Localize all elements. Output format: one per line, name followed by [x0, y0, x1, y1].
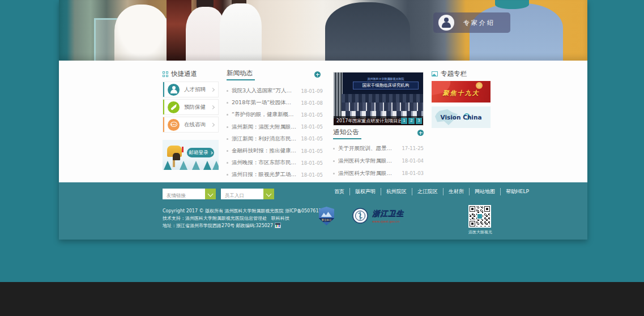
qr-canvas	[470, 206, 490, 227]
zhejiang-health-badge[interactable]: 浙江卫生 www.zjwst.gov.cn	[372, 208, 404, 223]
chevron-right-icon	[211, 105, 215, 109]
doctor-icon	[438, 15, 454, 31]
news-title: 新闻动态	[227, 69, 253, 78]
banner-vision-china[interactable]: Vision China	[432, 106, 491, 128]
news-item-date: 18-01-05	[301, 148, 323, 154]
banner1-label: 聚焦十九大	[432, 89, 491, 97]
hero-banner[interactable]: 专家介绍	[59, 0, 587, 61]
quick-link-consult[interactable]: 在线咨询	[163, 117, 219, 133]
slider-page-button[interactable]: 1	[401, 118, 407, 124]
picture-icon	[432, 71, 438, 76]
news-item-date: 18-01-09	[301, 88, 323, 94]
bullet-icon	[227, 90, 228, 92]
quick-channel-header: 快捷通道	[163, 70, 197, 78]
footer-nav: 首页版权声明杭州院区之江院区生材所网站地图帮助HELP	[334, 188, 496, 195]
news-item-title: 浙江新闻：利好消息市民请查收！温...	[232, 135, 296, 143]
tree-icon	[203, 161, 211, 170]
news-item-date: 18-01-05	[301, 136, 323, 142]
staff-entrance-dropdown[interactable]: 员工入口	[221, 189, 274, 199]
news-more-button[interactable]	[314, 71, 321, 78]
accent-bar	[163, 82, 164, 97]
notice-item[interactable]: 温州医科大学附属眼视光医院关于洗脱... 18-01-03	[333, 167, 424, 180]
chevron-down-icon	[205, 189, 216, 199]
accent-bar	[163, 100, 164, 114]
bullet-icon	[333, 160, 335, 162]
chat-icon	[168, 119, 180, 131]
slider-caption-bar: 2017年国家重点研发计划项目启动... 123	[334, 116, 424, 125]
bullet-icon	[227, 162, 228, 164]
quick-link-recruitment[interactable]: 人才招聘	[163, 82, 219, 97]
news-item[interactable]: 浙江新闻：利好消息市民请查收！温... 18-01-05	[227, 133, 323, 145]
tree-icon	[212, 161, 219, 170]
news-item-date: 18-01-05	[301, 172, 323, 178]
news-item[interactable]: 温州新闻：温医大附属眼视光医院院... 18-01-05	[227, 121, 323, 133]
slider-page-button[interactable]: 3	[416, 118, 422, 124]
bullet-icon	[227, 150, 228, 152]
chevron-right-icon	[211, 122, 215, 126]
news-list: 我院3人入选国家“万人计划”创新... 18-01-09 2018年第一场“校园…	[227, 85, 323, 181]
notice-item[interactable]: 关于开展院训、愿景、核心价值观征集... 17-11-25	[333, 142, 424, 155]
bottom-dark-bar	[0, 282, 644, 316]
news-item-title: 温州新闻：温医大附属眼视光医院院...	[232, 123, 296, 131]
photo-banner-line1: 温州医科大学附属眼视光医院	[351, 77, 421, 80]
news-item[interactable]: 温州日报：眼视光梦工场落户龙湾 18-01-05	[227, 169, 323, 181]
notice-item-date: 18-01-04	[402, 158, 424, 164]
footer-nav-link[interactable]: 网站地图	[469, 188, 495, 195]
footer-nav-link[interactable]: 帮助HELP	[500, 188, 529, 195]
visitor-counter-icon[interactable]	[275, 223, 281, 228]
news-item-title: 金融科技时报：推出健康品质化、科...	[232, 147, 296, 155]
person-icon	[168, 84, 180, 96]
notice-item-title: 温州医科大学附属眼视光医院关于洗脱...	[338, 170, 397, 177]
page: 专家介绍 快捷通道 人才招聘 预防保健	[0, 0, 644, 316]
bullet-icon	[227, 174, 228, 176]
quick-link-label: 人才招聘	[184, 86, 211, 93]
notices-more-button[interactable]	[417, 130, 424, 136]
tree-icon	[192, 161, 200, 170]
copyright-line3: 地址：浙江省温州市学院西路270号 邮政编码:325027	[163, 222, 329, 229]
news-item[interactable]: 2018年第一场“校园体验实践活动”... 18-01-08	[227, 97, 323, 109]
notice-item-title: 温州医科大学附属眼视光医院关于车辆...	[338, 157, 397, 165]
email-login-button[interactable]: 邮箱登录	[187, 148, 214, 157]
footer-nav-link[interactable]: 杭州院区	[381, 188, 407, 195]
news-item[interactable]: 温州晚报：市区东部市民可就近看眼... 18-01-05	[227, 157, 323, 169]
health-emblem-badge[interactable]	[352, 208, 368, 224]
news-item-title: “养护你的眼，健康新概念”主题公...	[232, 111, 296, 118]
bullet-icon	[333, 148, 335, 150]
tree-icon	[180, 161, 187, 170]
news-item[interactable]: 我院3人入选国家“万人计划”创新... 18-01-09	[227, 85, 323, 97]
email-login-label: 邮箱登录	[189, 150, 208, 156]
notices-list: 关于开展院训、愿景、核心价值观征集... 17-11-25 温州医科大学附属眼视…	[333, 142, 424, 180]
banner2-label: Vision China	[432, 114, 491, 121]
notice-item-date: 18-01-03	[402, 170, 424, 176]
footer-nav-link[interactable]: 首页	[334, 188, 344, 195]
notices-underline	[333, 138, 361, 139]
expert-intro-button[interactable]: 专家介绍	[433, 12, 510, 33]
tree-icon	[164, 161, 172, 170]
chevron-down-icon	[263, 189, 274, 199]
friendly-links-dropdown[interactable]: 友情链接	[163, 189, 216, 199]
quick-link-prevention[interactable]: 预防保健	[163, 99, 219, 115]
footer-panel: 友情链接 员工入口 首页版权声明杭州院区之江院区生材所网站地图帮助HELP Co…	[59, 182, 587, 240]
chevron-right-icon	[211, 87, 215, 91]
bullet-icon	[227, 102, 228, 104]
notices-title: 通知公告	[333, 128, 359, 136]
qr-code	[468, 205, 491, 228]
quick-channel-title: 快捷通道	[171, 70, 197, 78]
slider-page-button[interactable]: 2	[408, 118, 415, 124]
quick-link-label: 在线咨询	[184, 121, 211, 129]
news-item[interactable]: 金融科技时报：推出健康品质化、科... 18-01-05	[227, 145, 323, 157]
footer-nav-link[interactable]: 之江院区	[412, 188, 438, 195]
news-item[interactable]: “养护你的眼，健康新概念”主题公... 18-01-05	[227, 109, 323, 121]
copyright-block: Copyright 2017 © 版权所有 温州医科大学附属眼视光医院 浙ICP…	[163, 207, 329, 229]
photo-banner-line2: 国家干细胞临床研究机构	[353, 82, 419, 89]
footer-nav-link[interactable]: 生材所	[443, 188, 464, 195]
syringe-icon	[168, 101, 180, 113]
qr-label: 温医大眼视光	[467, 229, 494, 235]
copyright-line1: Copyright 2017 © 版权所有 温州医科大学附属眼视光医院 浙ICP…	[163, 207, 329, 215]
notice-item[interactable]: 温州医科大学附属眼视光医院关于车辆... 18-01-04	[333, 155, 424, 167]
footer-nav-link[interactable]: 版权声明	[349, 188, 376, 195]
photo-slider[interactable]: 温州医科大学附属眼视光医院 国家干细胞临床研究机构 2017年国家重点研发计划项…	[333, 72, 424, 126]
banner-19th-congress[interactable]: 聚焦十九大	[432, 81, 491, 103]
news-item-date: 18-01-05	[301, 160, 323, 166]
staff-entrance-value: 员工入口	[221, 193, 244, 198]
